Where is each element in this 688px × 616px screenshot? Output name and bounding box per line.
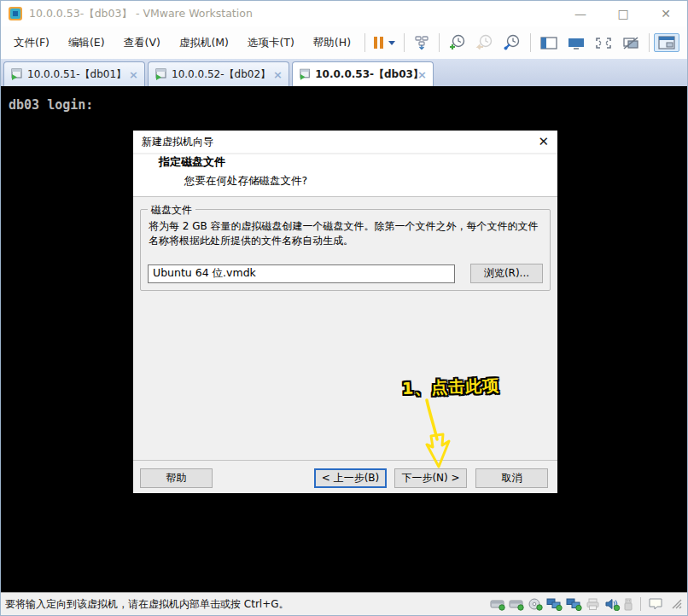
tab-label: 10.0.0.53-【db03】: [315, 67, 417, 82]
statusbar: 要将输入定向到该虚拟机，请在虚拟机内部单击或按 Ctrl+G。: [1, 592, 687, 615]
maximize-button[interactable]: □: [602, 1, 644, 26]
tab-label: 10.0.0.51-【db01】: [27, 67, 126, 82]
toolbar-separator: [530, 33, 531, 52]
library-panel-toggle-icon: [658, 36, 675, 49]
dialog-body: 磁盘文件 将为每 2 GB 容量的虚拟磁盘创建一个磁盘文件。除第一个文件之外，每…: [133, 197, 557, 493]
toolbar-separator: [404, 33, 405, 52]
annotation-arrow-icon: [415, 398, 466, 470]
unity-mode-button[interactable]: [617, 33, 644, 53]
back-button[interactable]: < 上一步(B): [314, 468, 387, 488]
help-button[interactable]: 帮助: [140, 468, 213, 488]
tab-close-icon[interactable]: ×: [129, 68, 138, 81]
dialog-titlebar: 新建虚拟机向导 ✕: [133, 131, 557, 153]
show-library-button[interactable]: [535, 33, 563, 53]
toolbar-separator: [364, 33, 365, 52]
show-library-icon: [539, 36, 558, 50]
network-adapter-icon[interactable]: [546, 598, 563, 611]
network-adapter-2-icon[interactable]: [566, 598, 583, 611]
hard-disk-icon[interactable]: [490, 598, 506, 611]
console-view-icon: [567, 36, 586, 50]
tabbar: 10.0.0.51-【db01】 × 10.0.0.52-【db02】 × 10…: [1, 59, 687, 86]
window-title: 10.0.0.53-【db03】 - VMware Workstation: [29, 7, 253, 21]
disk-filename-input[interactable]: [148, 264, 455, 283]
take-snapshot-button[interactable]: [444, 32, 471, 54]
hard-disk-2-icon[interactable]: [509, 598, 525, 611]
minimize-button[interactable]: —: [559, 1, 602, 26]
vmware-window: 10.0.0.53-【db03】 - VMware Workstation — …: [0, 0, 688, 616]
annotation-step-text: 1、点击此项: [402, 375, 500, 400]
browse-button[interactable]: 浏览(R)...: [470, 264, 543, 283]
wizard-heading: 指定磁盘文件: [159, 154, 557, 170]
cancel-button[interactable]: 取消: [475, 468, 548, 488]
vm-tab-icon: [299, 68, 310, 80]
revert-snapshot-button[interactable]: [471, 32, 499, 54]
disk-file-groupbox: 磁盘文件 将为每 2 GB 容量的虚拟磁盘创建一个磁盘文件。除第一个文件之外，每…: [140, 209, 551, 291]
dialog-title: 新建虚拟机向导: [142, 135, 213, 149]
next-button[interactable]: 下一步(N) >: [394, 468, 467, 488]
usb-icon[interactable]: [623, 598, 633, 611]
titlebar: 10.0.0.53-【db03】 - VMware Workstation — …: [1, 1, 687, 26]
vmware-logo-icon: [9, 7, 22, 20]
unity-mode-icon: [621, 36, 640, 50]
tab-close-icon[interactable]: ×: [417, 68, 427, 81]
library-panel-toggle-button[interactable]: [654, 33, 679, 52]
manage-snapshots-button[interactable]: [499, 32, 526, 54]
dropdown-caret-icon: [388, 41, 395, 45]
close-button[interactable]: ✕: [644, 1, 687, 26]
vm-tab-icon: [10, 68, 22, 80]
console-view-button[interactable]: [563, 33, 590, 53]
menu-item-edit[interactable]: 编辑(E): [59, 32, 114, 55]
tab-db03[interactable]: 10.0.0.53-【db03】 ×: [292, 61, 434, 86]
manage-snapshots-icon: [503, 34, 522, 51]
message-note-icon[interactable]: [648, 597, 663, 611]
menu-item-view[interactable]: 查看(V): [114, 32, 170, 55]
new-vm-wizard-dialog: 新建虚拟机向导 ✕ 指定磁盘文件 您要在何处存储磁盘文件? 磁盘文件 将为每 2…: [133, 131, 557, 491]
dialog-header: 指定磁盘文件 您要在何处存储磁盘文件?: [133, 154, 557, 197]
sound-icon[interactable]: [604, 598, 621, 611]
tab-db01[interactable]: 10.0.0.51-【db01】 ×: [3, 61, 145, 86]
send-ctrl-alt-del-button[interactable]: [409, 32, 434, 53]
vm-tab-icon: [155, 68, 166, 80]
menu-item-tabs[interactable]: 选项卡(T): [238, 32, 304, 55]
tab-db02[interactable]: 10.0.0.52-【db02】 ×: [148, 61, 289, 86]
dialog-close-icon[interactable]: ✕: [538, 136, 549, 148]
printer-icon[interactable]: [586, 598, 602, 611]
pause-icon: [374, 37, 383, 49]
pause-vm-button[interactable]: [370, 34, 399, 51]
wizard-subheading: 您要在何处存储磁盘文件?: [184, 174, 557, 189]
menubar: 文件(F) 编辑(E) 查看(V) 虚拟机(M) 选项卡(T) 帮助(H): [1, 26, 687, 59]
cdrom-icon[interactable]: [528, 598, 544, 611]
groupbox-label: 磁盘文件: [148, 203, 195, 218]
revert-snapshot-icon: [475, 34, 494, 51]
disk-file-description: 将为每 2 GB 容量的虚拟磁盘创建一个磁盘文件。除第一个文件之外，每个文件的文…: [141, 210, 550, 249]
toolbar-separator: [649, 33, 650, 52]
take-snapshot-icon: [448, 34, 467, 51]
resize-grip-icon[interactable]: [671, 598, 683, 610]
toolbar-separator: [439, 33, 440, 52]
statusbar-separator: [640, 597, 641, 611]
menu-item-vm[interactable]: 虚拟机(M): [170, 32, 238, 55]
menu-item-file[interactable]: 文件(F): [4, 32, 59, 55]
tab-close-icon[interactable]: ×: [273, 68, 283, 81]
status-message: 要将输入定向到该虚拟机，请在虚拟机内部单击或按 Ctrl+G。: [5, 597, 289, 612]
menu-item-help[interactable]: 帮助(H): [304, 32, 360, 55]
console-login-prompt: db03 login:: [9, 97, 93, 113]
dialog-button-separator: [133, 460, 557, 461]
tab-label: 10.0.0.52-【db02】: [172, 67, 271, 82]
send-ctrl-alt-del-icon: [413, 35, 430, 50]
fullscreen-icon: [594, 36, 613, 50]
fullscreen-button[interactable]: [590, 33, 617, 53]
